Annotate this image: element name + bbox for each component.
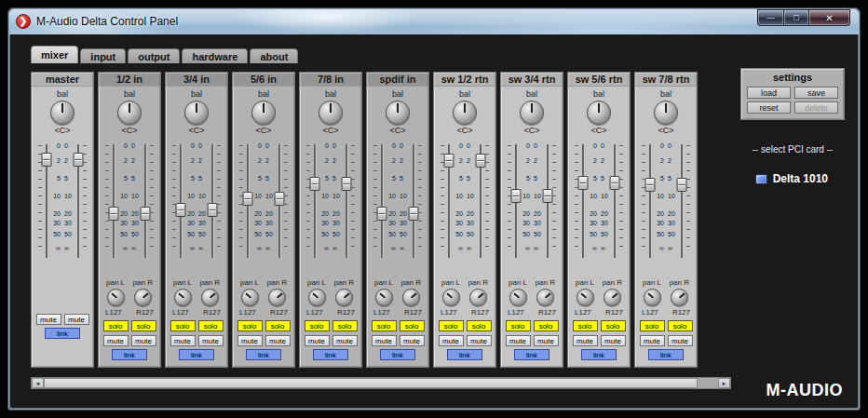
balance-knob[interactable]: [50, 101, 75, 125]
pan-right-knob[interactable]: [604, 289, 621, 306]
fader-left-thumb[interactable]: [578, 176, 589, 190]
solo-right-button[interactable]: solo: [265, 320, 291, 331]
fader-right-track[interactable]: [346, 144, 347, 258]
tab-mixer[interactable]: mixer: [31, 46, 78, 63]
titlebar[interactable]: ❯ M-Audio Delta Control Panel — □ ✕: [9, 9, 859, 34]
solo-right-button[interactable]: solo: [467, 320, 492, 331]
pan-left-knob[interactable]: [308, 289, 326, 306]
pan-left-knob[interactable]: [174, 289, 192, 306]
scrollbar-thumb[interactable]: [44, 378, 698, 388]
link-button[interactable]: link: [313, 349, 348, 360]
link-button[interactable]: link: [246, 349, 281, 360]
link-button[interactable]: link: [514, 349, 549, 360]
fader-left-track[interactable]: [113, 144, 115, 258]
balance-knob[interactable]: [453, 101, 477, 125]
fader-left-track[interactable]: [582, 144, 584, 258]
solo-right-button[interactable]: solo: [601, 320, 626, 331]
solo-left-button[interactable]: solo: [506, 320, 531, 331]
fader-left-thumb[interactable]: [511, 189, 522, 203]
solo-left-button[interactable]: solo: [640, 320, 665, 331]
balance-knob[interactable]: [520, 101, 544, 125]
link-button[interactable]: link: [447, 349, 482, 360]
fader-right-track[interactable]: [413, 144, 414, 258]
fader-right-track[interactable]: [144, 144, 146, 258]
balance-knob[interactable]: [184, 101, 209, 125]
fader-right-thumb[interactable]: [208, 203, 218, 217]
solo-right-button[interactable]: solo: [534, 320, 559, 331]
solo-left-button[interactable]: solo: [372, 320, 397, 331]
fader-right-thumb[interactable]: [610, 176, 620, 190]
mute-left-button[interactable]: mute: [439, 335, 464, 346]
scrollbar-track[interactable]: [44, 378, 718, 388]
link-button[interactable]: link: [380, 349, 415, 360]
mute-left-button[interactable]: mute: [305, 335, 330, 346]
pan-left-knob[interactable]: [644, 289, 661, 306]
fader-left-thumb[interactable]: [377, 207, 387, 221]
mute-left-button[interactable]: mute: [573, 335, 598, 346]
pan-left-knob[interactable]: [241, 289, 259, 306]
balance-knob[interactable]: [251, 101, 276, 125]
pan-right-knob[interactable]: [335, 289, 353, 306]
load-button[interactable]: load: [747, 87, 791, 99]
balance-knob[interactable]: [386, 101, 410, 125]
solo-right-button[interactable]: solo: [400, 320, 425, 331]
pan-right-knob[interactable]: [268, 289, 286, 306]
pan-left-knob[interactable]: [576, 289, 594, 306]
save-button[interactable]: save: [794, 87, 838, 99]
mute-right-button[interactable]: mute: [265, 335, 291, 346]
fader-right-track[interactable]: [681, 144, 683, 258]
link-button[interactable]: link: [179, 349, 214, 360]
mute-right-button[interactable]: mute: [64, 314, 89, 325]
scroll-right-arrow[interactable]: ►: [718, 378, 730, 388]
fader-right-thumb[interactable]: [677, 178, 687, 192]
scroll-left-arrow[interactable]: ◄: [32, 378, 44, 388]
tab-about[interactable]: about: [250, 48, 298, 63]
fader-right-thumb[interactable]: [74, 153, 84, 167]
close-button[interactable]: ✕: [808, 9, 850, 26]
mute-left-button[interactable]: mute: [372, 335, 397, 346]
fader-left-thumb[interactable]: [243, 192, 253, 206]
fader-right-thumb[interactable]: [476, 154, 486, 168]
fader-right-thumb[interactable]: [409, 207, 419, 221]
fader-left-thumb[interactable]: [42, 153, 52, 167]
link-button[interactable]: link: [648, 349, 684, 360]
mute-right-button[interactable]: mute: [467, 335, 492, 346]
pan-right-knob[interactable]: [134, 289, 152, 306]
mute-right-button[interactable]: mute: [668, 335, 693, 346]
balance-knob[interactable]: [587, 101, 611, 125]
minimize-button[interactable]: —: [757, 9, 784, 26]
mute-left-button[interactable]: mute: [170, 335, 196, 346]
solo-left-button[interactable]: solo: [305, 320, 330, 331]
fader-left-track[interactable]: [180, 144, 182, 258]
reset-button[interactable]: reset: [747, 101, 791, 114]
fader-right-thumb[interactable]: [141, 207, 151, 221]
fader-left-thumb[interactable]: [444, 154, 454, 168]
link-button[interactable]: link: [112, 349, 147, 360]
balance-knob[interactable]: [654, 101, 678, 125]
fader-right-thumb[interactable]: [275, 192, 285, 206]
balance-knob[interactable]: [117, 101, 142, 125]
fader-left-thumb[interactable]: [109, 207, 119, 221]
pci-card-option[interactable]: Delta 1010: [755, 172, 828, 185]
fader-left-track[interactable]: [649, 144, 651, 258]
fader-right-thumb[interactable]: [342, 177, 352, 191]
solo-right-button[interactable]: solo: [668, 320, 693, 331]
balance-knob[interactable]: [319, 101, 343, 125]
pan-left-knob[interactable]: [107, 289, 125, 306]
fader-right-thumb[interactable]: [543, 189, 553, 203]
mute-right-button[interactable]: mute: [131, 335, 156, 346]
solo-left-button[interactable]: solo: [237, 320, 263, 331]
pan-left-knob[interactable]: [509, 289, 527, 306]
link-button[interactable]: link: [45, 328, 80, 339]
pan-left-knob[interactable]: [375, 289, 393, 306]
fader-left-thumb[interactable]: [310, 177, 320, 191]
fader-right-track[interactable]: [211, 144, 213, 258]
tab-output[interactable]: output: [128, 48, 180, 63]
mute-left-button[interactable]: mute: [506, 335, 531, 346]
tab-hardware[interactable]: hardware: [182, 48, 248, 63]
solo-right-button[interactable]: solo: [131, 320, 156, 331]
pan-left-knob[interactable]: [442, 289, 460, 306]
solo-right-button[interactable]: solo: [332, 320, 358, 331]
mute-right-button[interactable]: mute: [198, 335, 224, 346]
mute-right-button[interactable]: mute: [400, 335, 425, 346]
